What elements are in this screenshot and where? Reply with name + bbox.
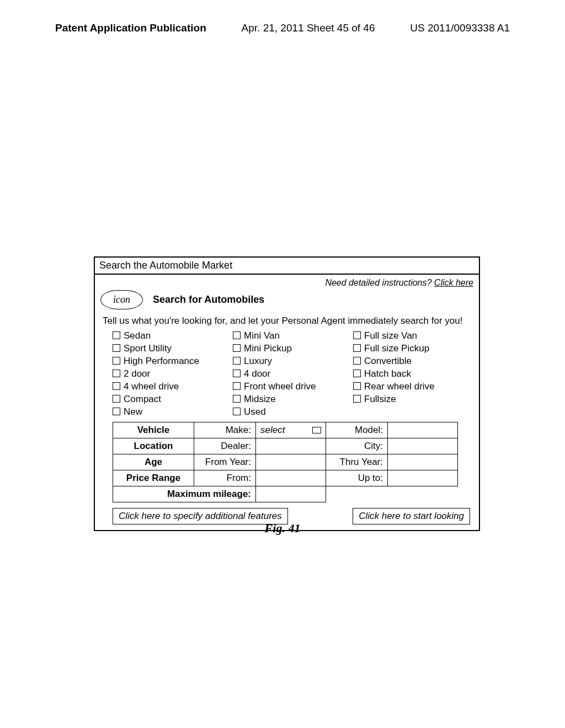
chevron-down-icon (312, 427, 321, 433)
intro-text: Tell us what you're looking for, and let… (103, 315, 473, 326)
city-input[interactable] (388, 438, 458, 454)
checkbox-icon (233, 395, 241, 403)
cb-high-perf[interactable]: High Performance (113, 355, 233, 368)
figure-label: Fig. 41 (0, 521, 565, 536)
checkbox-icon (113, 331, 120, 339)
help-row: Need detailed instructions? Click here (100, 278, 473, 288)
cb-full-van[interactable]: Full size Van (353, 330, 473, 342)
cb-fwd[interactable]: Front wheel drive (233, 381, 353, 393)
row-label: Location (113, 438, 194, 454)
cb-compact[interactable]: Compact (113, 393, 233, 406)
cb-used[interactable]: Used (233, 406, 353, 419)
row-mileage: Maximum mileage: (113, 486, 458, 502)
model-input[interactable] (388, 422, 458, 438)
checkbox-icon (353, 382, 361, 390)
cb-full-pickup[interactable]: Full size Pickup (353, 342, 473, 355)
cb-new[interactable]: New (113, 406, 233, 419)
row-label: Vehicle (113, 422, 194, 438)
cb-rwd[interactable]: Rear wheel drive (353, 381, 473, 393)
checkbox-icon (113, 370, 120, 377)
cb-mini-pickup[interactable]: Mini Pickup (233, 342, 353, 355)
thru-year-label: Thru Year: (326, 454, 388, 470)
cb-4wd[interactable]: 4 wheel drive (113, 381, 233, 393)
mileage-label: Maximum mileage: (113, 486, 256, 502)
checkbox-icon (233, 344, 241, 352)
cb-sedan[interactable]: Sedan (113, 330, 233, 342)
checkbox-icon (353, 344, 361, 352)
page-header: Patent Application Publication Apr. 21, … (0, 0, 565, 40)
from-year-label: From Year: (194, 454, 256, 470)
row-label: Age (113, 454, 194, 470)
price-to-label: Up to: (326, 470, 388, 486)
cb-mini-van[interactable]: Mini Van (233, 330, 353, 342)
checkbox-icon (113, 395, 120, 403)
checkbox-icon (113, 408, 120, 415)
checkbox-icon (233, 408, 241, 415)
row-location: Location Dealer: City: (113, 438, 458, 454)
cb-hatchback[interactable]: Hatch back (353, 368, 473, 381)
mileage-input[interactable] (256, 486, 326, 502)
checkbox-icon (233, 370, 241, 377)
pub-label: Patent Application Publication (55, 22, 206, 34)
sheet-label: Apr. 21, 2011 Sheet 45 of 46 (242, 22, 375, 34)
search-panel: Search the Automobile Market Need detail… (94, 256, 480, 531)
checkbox-icon (353, 357, 361, 365)
help-text: Need detailed instructions? (325, 278, 434, 287)
row-age: Age From Year: Thru Year: (113, 454, 458, 470)
thru-year-input[interactable] (388, 454, 458, 470)
panel-title: Search the Automobile Market (95, 258, 479, 275)
price-from-input[interactable] (256, 470, 326, 486)
row-price: Price Range From: Up to: (113, 470, 458, 486)
help-link[interactable]: Click here (434, 278, 473, 287)
row-label: Price Range (113, 470, 194, 486)
model-label: Model: (326, 422, 388, 438)
dealer-label: Dealer: (194, 438, 256, 454)
price-to-input[interactable] (388, 470, 458, 486)
section-title: Search for Automobiles (153, 294, 264, 306)
make-select[interactable]: select (256, 422, 326, 438)
cb-luxury[interactable]: Luxury (233, 355, 353, 368)
checkbox-icon (113, 344, 120, 352)
cb-midsize[interactable]: Midsize (233, 393, 353, 406)
checkbox-icon (113, 382, 120, 390)
checkbox-icon (233, 382, 241, 390)
cb-sport-utility[interactable]: Sport Utility (113, 342, 233, 355)
from-year-input[interactable] (256, 454, 326, 470)
cb-fullsize[interactable]: Fullsize (353, 393, 473, 406)
cb-4door[interactable]: 4 door (233, 368, 353, 381)
checkbox-icon (233, 357, 241, 365)
cb-2door[interactable]: 2 door (113, 368, 233, 381)
price-from-label: From: (194, 470, 256, 486)
checkbox-icon (353, 331, 361, 339)
header-icon: icon (100, 290, 143, 309)
row-vehicle: Vehicle Make: select Model: (113, 422, 458, 438)
make-label: Make: (194, 422, 256, 438)
criteria-table: Vehicle Make: select Model: Location Dea… (113, 422, 458, 502)
checkbox-icon (353, 395, 361, 403)
dealer-input[interactable] (256, 438, 326, 454)
checkbox-icon (113, 357, 120, 365)
checkbox-icon (353, 370, 361, 377)
city-label: City: (326, 438, 388, 454)
cb-convertible[interactable]: Convertible (353, 355, 473, 368)
checkbox-grid: Sedan Sport Utility High Performance 2 d… (113, 330, 473, 419)
pub-number: US 2011/0093338 A1 (410, 22, 510, 34)
checkbox-icon (233, 331, 241, 339)
